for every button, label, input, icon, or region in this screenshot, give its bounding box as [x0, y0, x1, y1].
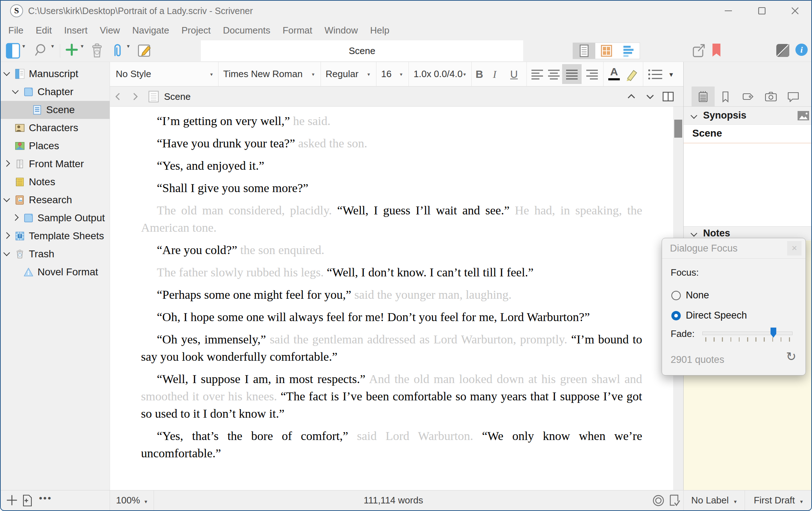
font-weight-select[interactable]: Regular — [326, 62, 358, 86]
move-to-trash-button[interactable] — [90, 43, 104, 58]
next-document-button[interactable] — [645, 92, 655, 101]
add-item-dropdown[interactable]: ▾ — [81, 43, 84, 49]
editor-paragraph[interactable]: “Well, I suppose I am, in most respects.… — [141, 370, 642, 422]
quick-note-button[interactable] — [137, 43, 152, 58]
binder-item-novel-format[interactable]: Novel Format — [1, 263, 110, 281]
tab-snapshots[interactable] — [759, 86, 782, 106]
chevron-right-icon[interactable] — [12, 214, 18, 221]
font-select-caret[interactable]: ▾ — [312, 71, 314, 77]
zoom-select[interactable]: 100% ▾ — [110, 490, 154, 510]
status-select[interactable]: First Draft ▾ — [745, 490, 812, 510]
word-count[interactable]: 111,114 words — [154, 490, 633, 510]
inspector-info-button[interactable]: i — [795, 43, 808, 57]
document-icon[interactable] — [148, 90, 159, 103]
editor-paragraph[interactable]: “Have you drunk your tea?” asked the son… — [141, 135, 642, 152]
chevron-down-icon[interactable] — [690, 112, 697, 119]
binder-item-template-sheets[interactable]: TTemplate Sheets — [1, 227, 110, 245]
radio-label-none[interactable]: None — [686, 290, 709, 301]
align-justify-button[interactable] — [565, 67, 579, 81]
close-button[interactable]: × — [787, 241, 802, 256]
minimize-button[interactable] — [720, 1, 737, 21]
editor-content[interactable]: “I’m getting on very well,” he said.“Hav… — [110, 107, 683, 490]
line-spacing-caret[interactable]: ▾ — [463, 71, 466, 77]
binder-item-trash[interactable]: Trash — [1, 245, 110, 263]
synopsis-title[interactable]: Scene — [692, 128, 722, 139]
chevron-down-icon[interactable] — [12, 87, 18, 94]
menu-project[interactable]: Project — [181, 25, 211, 36]
style-select-caret[interactable]: ▾ — [210, 71, 213, 77]
search-dropdown[interactable]: ▾ — [51, 43, 54, 49]
editor-paragraph[interactable]: The father slowly rubbed his legs. “Well… — [141, 264, 642, 281]
view-corkboard-button[interactable] — [595, 43, 618, 59]
view-document-button[interactable] — [573, 43, 595, 59]
menu-insert[interactable]: Insert — [64, 25, 88, 36]
editor-paragraph[interactable]: “Shall I give you some more?” — [141, 179, 642, 197]
align-center-button[interactable] — [547, 67, 561, 81]
radio-none[interactable] — [671, 291, 681, 300]
view-outline-button[interactable] — [617, 43, 640, 59]
share-button[interactable] — [690, 43, 706, 59]
synopsis-card[interactable]: Scene — [684, 125, 811, 226]
previous-document-button[interactable] — [626, 92, 636, 101]
font-size-caret[interactable]: ▾ — [400, 71, 402, 77]
menu-navigate[interactable]: Navigate — [132, 25, 169, 36]
editor-paragraph[interactable]: “Oh yes, immensely,” said the gentleman … — [141, 331, 642, 365]
back-button[interactable] — [114, 92, 123, 102]
binder-item-front-matter[interactable]: Front Matter — [1, 155, 110, 173]
more-options-icon[interactable]: ••• — [39, 493, 52, 504]
maximize-button[interactable] — [754, 1, 770, 21]
tab-synopsis-notes[interactable] — [692, 86, 715, 106]
chevron-down-icon[interactable] — [3, 69, 10, 76]
label-select[interactable]: No Label ▾ — [683, 490, 745, 510]
binder-toggle-button[interactable] — [6, 43, 20, 59]
binder-item-places[interactable]: Places — [1, 137, 110, 155]
tab-metadata[interactable] — [736, 86, 759, 106]
search-button[interactable] — [33, 43, 47, 57]
editor-paragraph[interactable]: “Yes, that’s the bore of comfort,” said … — [141, 427, 642, 462]
radio-label-direct-speech[interactable]: Direct Speech — [686, 310, 747, 321]
bold-button[interactable]: B — [476, 67, 483, 81]
binder-item-manuscript[interactable]: Manuscript — [1, 65, 110, 83]
chevron-right-icon[interactable] — [3, 160, 10, 166]
menu-edit[interactable]: Edit — [36, 25, 52, 36]
menu-format[interactable]: Format — [283, 25, 312, 36]
menu-documents[interactable]: Documents — [223, 25, 270, 36]
align-right-button[interactable] — [585, 67, 599, 81]
dialogue-focus-header[interactable]: Dialogue Focus × — [662, 238, 806, 259]
line-spacing-select[interactable]: 1.0x 0.0/4.0 — [414, 62, 463, 86]
binder-item-notes[interactable]: Notes — [1, 173, 110, 191]
synopsis-header[interactable]: Synopsis — [684, 107, 811, 125]
font-size-select[interactable]: 16 — [381, 62, 392, 86]
editor-paragraph[interactable]: “I’m getting on very well,” he said. — [141, 112, 642, 130]
chevron-right-icon[interactable] — [3, 232, 10, 239]
editor-paragraph[interactable]: “Yes, and enjoyed it.” — [141, 157, 642, 174]
binder-item-characters[interactable]: Characters — [1, 119, 110, 137]
attach-button[interactable] — [110, 43, 124, 59]
radio-direct-speech[interactable] — [671, 311, 681, 320]
editor-paragraph[interactable]: The old man considered, placidly. “Well,… — [141, 202, 642, 236]
editor-text[interactable]: “I’m getting on very well,” he said.“Hav… — [110, 107, 672, 467]
bookmark-button[interactable] — [712, 44, 721, 57]
underline-button[interactable]: U — [510, 67, 518, 81]
binder-item-chapter[interactable]: Chapter — [1, 83, 110, 101]
document-target-button[interactable] — [668, 494, 681, 507]
binder-item-scene[interactable]: Scene — [1, 101, 110, 119]
close-button[interactable] — [787, 1, 803, 21]
writing-target-button[interactable] — [652, 494, 665, 507]
split-editor-button[interactable] — [662, 92, 674, 102]
binder-item-research[interactable]: Research — [1, 191, 110, 209]
forward-button[interactable] — [130, 92, 140, 102]
attach-dropdown[interactable]: ▾ — [127, 43, 130, 49]
menu-help[interactable]: Help — [370, 25, 389, 36]
tab-comments[interactable] — [782, 86, 805, 106]
menu-view[interactable]: View — [100, 25, 120, 36]
highlight-button[interactable] — [624, 67, 639, 81]
synopsis-image-toggle[interactable] — [797, 110, 810, 121]
menu-window[interactable]: Window — [325, 25, 358, 36]
chevron-down-icon[interactable] — [3, 249, 10, 256]
scrollbar-thumb[interactable] — [674, 120, 682, 138]
style-select[interactable]: No Style — [116, 62, 151, 86]
list-dropdown[interactable]: ▼ — [668, 71, 674, 79]
italic-button[interactable]: I — [493, 67, 497, 81]
editor-paragraph[interactable]: “Oh, I hope some one will always feel fo… — [141, 308, 642, 326]
